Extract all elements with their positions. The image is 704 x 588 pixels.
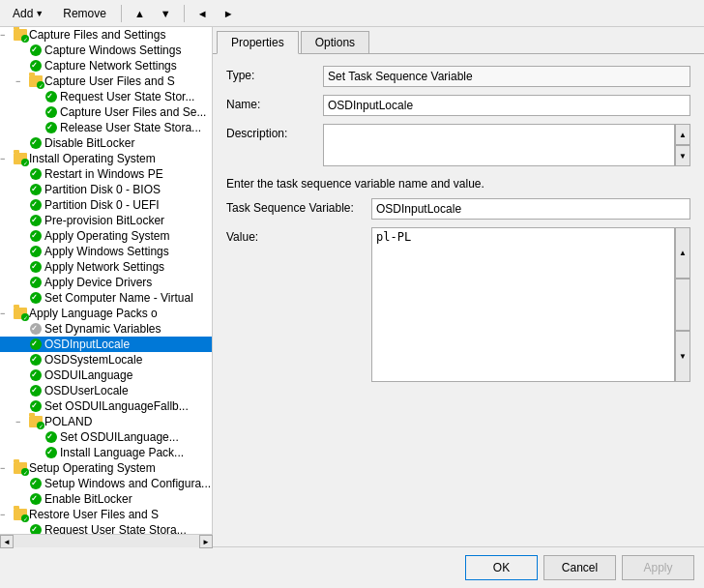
up-button[interactable]: ▲	[130, 5, 150, 22]
expand-icon[interactable]: −	[15, 417, 29, 426]
expand-icon[interactable]: −	[0, 510, 14, 519]
tree-item-osd-user-locale[interactable]: OSDUserLocale	[0, 383, 212, 398]
green-check-icon	[29, 59, 43, 73]
tree-item-install-lang-pack[interactable]: Install Language Pack...	[0, 445, 212, 460]
tree-item-label: Set OSDUILanguageFallb...	[44, 399, 189, 413]
check-overlay: ✓	[21, 514, 29, 522]
green-check-icon	[29, 368, 43, 382]
tree-item-osd-system-locale[interactable]: OSDSystemLocale	[0, 352, 212, 368]
green-check-icon	[29, 384, 43, 397]
add-dropdown-icon[interactable]: ▼	[35, 9, 44, 18]
tree-item-label: Set Computer Name - Virtual	[44, 291, 193, 305]
tree-item-setup-os[interactable]: −✓Setup Operating System	[0, 460, 212, 476]
tree-item-capture-user[interactable]: −✓Capture User Files and S	[0, 74, 212, 89]
tree-item-osd-input-locale[interactable]: OSDInputLocale	[0, 337, 212, 352]
tree-item-capture-user-files[interactable]: Capture User Files and Se...	[0, 104, 212, 120]
separator-2	[184, 5, 185, 22]
down-button[interactable]: ▼	[156, 5, 176, 22]
expand-icon[interactable]: −	[15, 76, 29, 86]
tree-item-label: Apply Device Drivers	[44, 276, 152, 289]
tree-item-set-dynamic[interactable]: Set Dynamic Variables	[0, 321, 212, 337]
hscroll-left[interactable]: ◄	[0, 535, 14, 548]
remove-label: Remove	[63, 7, 106, 20]
green-check-icon	[29, 245, 43, 258]
value-wrap: pl-PL ▲ ▼	[371, 227, 690, 382]
indent-button[interactable]: ◄	[192, 5, 213, 22]
tree-item-restart-win-pe[interactable]: Restart in Windows PE	[0, 166, 212, 182]
check-overlay: ✓	[37, 81, 44, 89]
tree-item-label: Capture Windows Settings	[44, 44, 181, 57]
tree-item-label: Setup Operating System	[29, 461, 156, 475]
remove-button[interactable]: Remove	[56, 4, 113, 23]
tree-item-disable-bitlocker[interactable]: Disable BitLocker	[0, 135, 212, 151]
tree-item-preprovision-bitlocker[interactable]: Pre-provision BitLocker	[0, 213, 212, 228]
add-label: Add	[13, 7, 33, 20]
tree-item-enable-bitlocker[interactable]: Enable BitLocker	[0, 491, 212, 507]
tree-item-set-osd-ui-lang[interactable]: Set OSDUILanguage...	[0, 429, 212, 445]
tree-item-label: Capture User Files and S	[44, 74, 175, 88]
tree-item-apply-windows[interactable]: Apply Windows Settings	[0, 244, 212, 259]
green-check-icon	[29, 338, 43, 351]
val-scroll-up[interactable]: ▲	[675, 227, 690, 279]
tree-item-label: Capture User Files and Se...	[60, 105, 206, 119]
tab-properties[interactable]: Properties	[217, 31, 299, 54]
tree-item-poland[interactable]: −✓POLAND	[0, 414, 212, 429]
tree-item-request-user[interactable]: Request User State Stor...	[0, 89, 212, 104]
check-overlay: ✓	[21, 313, 29, 321]
value-textarea[interactable]: pl-PL	[371, 227, 675, 382]
description-textarea[interactable]	[323, 124, 675, 166]
apply-button[interactable]: Apply	[622, 555, 694, 580]
ok-button[interactable]: OK	[465, 555, 538, 580]
outdent-button[interactable]: ►	[219, 5, 239, 22]
gray-check-icon	[29, 322, 43, 336]
val-scroll-down[interactable]: ▼	[675, 331, 690, 382]
cancel-button[interactable]: Cancel	[543, 555, 616, 580]
tree-item-set-computer-name[interactable]: Set Computer Name - Virtual	[0, 290, 212, 306]
tree-item-capture-network[interactable]: Capture Network Settings	[0, 58, 212, 74]
tree-item-setup-windows[interactable]: Setup Windows and Configura...	[0, 476, 212, 491]
desc-scroll-down[interactable]: ▼	[675, 145, 690, 166]
tree-item-partition-uefi[interactable]: Partition Disk 0 - UEFI	[0, 197, 212, 213]
tree-item-restore-user[interactable]: −✓Restore User Files and S	[0, 507, 212, 522]
type-input[interactable]	[323, 66, 690, 87]
tsvar-input[interactable]	[371, 198, 690, 220]
tree-hscroll: ◄ ►	[0, 534, 213, 547]
green-check-icon	[29, 167, 43, 181]
green-check-icon	[29, 492, 43, 506]
tree-item-release-user[interactable]: Release User State Stora...	[0, 120, 212, 135]
tree-item-install-os[interactable]: −✓Install Operating System	[0, 151, 212, 166]
tab-options[interactable]: Options	[301, 31, 369, 53]
expand-icon[interactable]: −	[0, 30, 14, 40]
add-button[interactable]: Add ▼	[6, 4, 50, 23]
green-check-icon	[29, 477, 43, 490]
toolbar: Add ▼ Remove ▲ ▼ ◄ ►	[0, 0, 704, 27]
green-check-icon	[44, 90, 58, 103]
green-check-icon	[29, 353, 43, 367]
folder-icon: ✓	[14, 29, 27, 41]
tree-item-label: OSDUILanguage	[44, 368, 132, 382]
expand-icon[interactable]: −	[0, 463, 14, 473]
tree-item-capture-files[interactable]: −✓Capture Files and Settings	[0, 27, 212, 43]
desc-scroll-up[interactable]: ▲	[675, 124, 690, 145]
expand-icon[interactable]: −	[0, 309, 14, 318]
tree-item-capture-windows[interactable]: Capture Windows Settings	[0, 43, 212, 58]
green-check-icon	[29, 260, 43, 274]
tree-item-apply-network[interactable]: Apply Network Settings	[0, 259, 212, 275]
green-check-icon	[29, 291, 43, 305]
green-check-icon	[29, 399, 43, 413]
green-check-icon	[44, 121, 58, 134]
name-input[interactable]	[323, 95, 690, 116]
tree-item-set-osd-fallback[interactable]: Set OSDUILanguageFallb...	[0, 398, 212, 414]
green-check-icon	[29, 136, 43, 150]
expand-icon[interactable]: −	[0, 154, 14, 163]
tree-item-osd-ui-language[interactable]: OSDUILanguage	[0, 368, 212, 383]
tree-item-label: Install Operating System	[29, 152, 156, 165]
hscroll-right[interactable]: ►	[199, 535, 213, 548]
properties-content: Type: Name: Description: ▲ ▼	[213, 54, 704, 546]
type-row: Type:	[226, 66, 690, 87]
tree-item-apply-os[interactable]: Apply Operating System	[0, 228, 212, 244]
tree-item-apply-drivers[interactable]: Apply Device Drivers	[0, 275, 212, 290]
tree-item-partition-bios[interactable]: Partition Disk 0 - BIOS	[0, 182, 212, 197]
tree-panel: −✓Capture Files and Settings Capture Win…	[0, 27, 213, 546]
tree-item-apply-lang-packs[interactable]: −✓Apply Language Packs o	[0, 306, 212, 321]
